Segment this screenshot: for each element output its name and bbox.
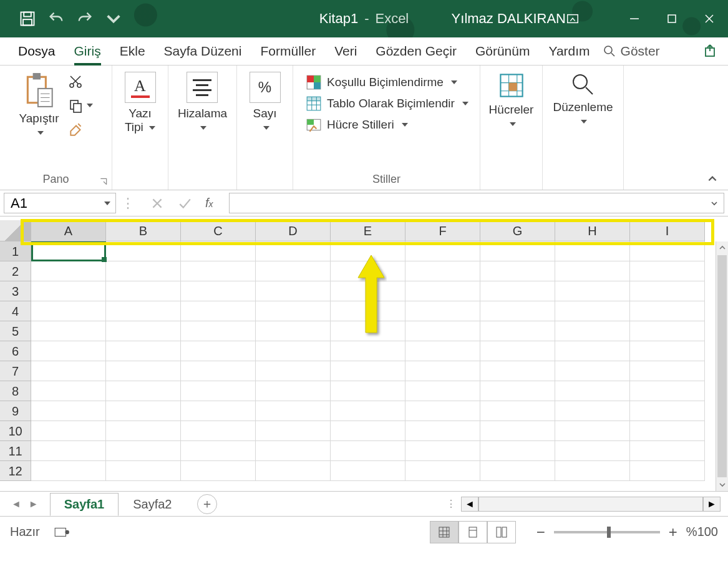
cell[interactable] bbox=[630, 381, 705, 401]
cell[interactable] bbox=[106, 461, 181, 481]
sheet-tab[interactable]: Sayfa1 bbox=[50, 493, 119, 516]
sheet-nav-next-icon[interactable]: ► bbox=[29, 498, 39, 510]
qat-customize-icon[interactable] bbox=[105, 10, 122, 27]
row-header[interactable]: 1 bbox=[0, 241, 31, 261]
cells-button[interactable]: Hücreler bbox=[489, 72, 534, 130]
horizontal-scrollbar[interactable]: ◄ ► bbox=[461, 497, 721, 512]
formula-bar-grip[interactable]: ⋮ bbox=[121, 195, 135, 212]
cell[interactable] bbox=[405, 401, 480, 421]
tab-file[interactable]: Dosya bbox=[9, 37, 65, 66]
cell[interactable] bbox=[405, 261, 480, 281]
undo-icon[interactable] bbox=[47, 10, 65, 27]
view-normal-icon[interactable] bbox=[430, 521, 459, 543]
cell[interactable] bbox=[31, 281, 106, 301]
column-header[interactable]: I bbox=[630, 220, 705, 241]
enter-formula-icon[interactable] bbox=[178, 197, 192, 210]
cell[interactable] bbox=[31, 321, 106, 341]
row-header[interactable]: 9 bbox=[0, 401, 31, 421]
row-header[interactable]: 6 bbox=[0, 341, 31, 361]
cell[interactable] bbox=[480, 461, 555, 481]
cell[interactable] bbox=[106, 361, 181, 381]
cell[interactable] bbox=[405, 381, 480, 401]
share-icon[interactable] bbox=[703, 44, 718, 59]
cell[interactable] bbox=[106, 301, 181, 321]
cell[interactable] bbox=[181, 261, 256, 281]
tell-me-button[interactable]: Göster bbox=[603, 44, 660, 59]
cell[interactable] bbox=[630, 441, 705, 461]
cell[interactable] bbox=[555, 461, 630, 481]
column-header[interactable]: E bbox=[331, 220, 405, 241]
cell[interactable] bbox=[331, 421, 405, 441]
cell[interactable] bbox=[405, 421, 480, 441]
sheet-tab[interactable]: Sayfa2 bbox=[119, 493, 186, 515]
cell[interactable] bbox=[31, 381, 106, 401]
cell[interactable] bbox=[405, 321, 480, 341]
cell[interactable] bbox=[630, 341, 705, 361]
cell[interactable] bbox=[630, 261, 705, 281]
maximize-button[interactable] bbox=[653, 0, 691, 37]
cell[interactable] bbox=[555, 441, 630, 461]
cell[interactable] bbox=[555, 341, 630, 361]
cell[interactable] bbox=[555, 401, 630, 421]
cell[interactable] bbox=[555, 321, 630, 341]
select-all-button[interactable] bbox=[0, 220, 31, 241]
cell[interactable] bbox=[331, 441, 405, 461]
insert-function-icon[interactable]: fx bbox=[205, 196, 213, 210]
zoom-in-button[interactable]: + bbox=[669, 523, 677, 541]
cell[interactable] bbox=[630, 241, 705, 261]
hscroll-left-icon[interactable]: ◄ bbox=[461, 497, 478, 512]
cell[interactable] bbox=[106, 321, 181, 341]
cell[interactable] bbox=[181, 461, 256, 481]
cell[interactable] bbox=[31, 401, 106, 421]
cell[interactable] bbox=[106, 341, 181, 361]
cell[interactable] bbox=[480, 281, 555, 301]
sheet-nav-prev-icon[interactable]: ◄ bbox=[11, 498, 21, 510]
cell[interactable] bbox=[555, 381, 630, 401]
cell[interactable] bbox=[181, 421, 256, 441]
cell[interactable] bbox=[256, 401, 331, 421]
redo-icon[interactable] bbox=[76, 10, 94, 27]
cell[interactable] bbox=[331, 341, 405, 361]
macro-record-icon[interactable] bbox=[54, 525, 70, 539]
cell[interactable] bbox=[181, 381, 256, 401]
tab-home[interactable]: Giriş bbox=[65, 37, 110, 66]
cell[interactable] bbox=[256, 281, 331, 301]
row-header[interactable]: 8 bbox=[0, 381, 31, 401]
cell[interactable] bbox=[256, 341, 331, 361]
cell[interactable] bbox=[181, 341, 256, 361]
cell[interactable] bbox=[31, 241, 106, 261]
cell[interactable] bbox=[405, 281, 480, 301]
tab-data[interactable]: Veri bbox=[325, 37, 366, 66]
cell[interactable] bbox=[405, 301, 480, 321]
cell[interactable] bbox=[31, 361, 106, 381]
copy-icon[interactable] bbox=[68, 98, 93, 113]
name-box-caret-icon[interactable] bbox=[104, 202, 110, 205]
cell[interactable] bbox=[331, 241, 405, 261]
collapse-ribbon-icon[interactable] bbox=[707, 173, 718, 185]
tab-review[interactable]: Gözden Geçir bbox=[366, 37, 466, 66]
cell[interactable] bbox=[480, 301, 555, 321]
cell[interactable] bbox=[331, 281, 405, 301]
cancel-formula-icon[interactable] bbox=[150, 197, 164, 210]
cell[interactable] bbox=[405, 341, 480, 361]
row-header[interactable]: 7 bbox=[0, 361, 31, 381]
cell[interactable] bbox=[106, 261, 181, 281]
cell[interactable] bbox=[405, 241, 480, 261]
cut-icon[interactable] bbox=[68, 74, 93, 89]
row-header[interactable]: 10 bbox=[0, 421, 31, 441]
cell[interactable] bbox=[256, 301, 331, 321]
cell[interactable] bbox=[480, 441, 555, 461]
cell[interactable] bbox=[106, 401, 181, 421]
close-button[interactable] bbox=[691, 0, 728, 37]
format-as-table-button[interactable]: Tablo Olarak Biçimlendir bbox=[306, 95, 468, 112]
paste-button[interactable]: Yapıştır bbox=[19, 72, 59, 139]
cell[interactable] bbox=[181, 441, 256, 461]
save-icon[interactable] bbox=[19, 10, 36, 27]
cell[interactable] bbox=[181, 241, 256, 261]
cell[interactable] bbox=[555, 421, 630, 441]
cell[interactable] bbox=[480, 381, 555, 401]
cell[interactable] bbox=[480, 321, 555, 341]
zoom-out-button[interactable]: − bbox=[536, 523, 545, 541]
cell[interactable] bbox=[405, 361, 480, 381]
row-header[interactable]: 5 bbox=[0, 321, 31, 341]
